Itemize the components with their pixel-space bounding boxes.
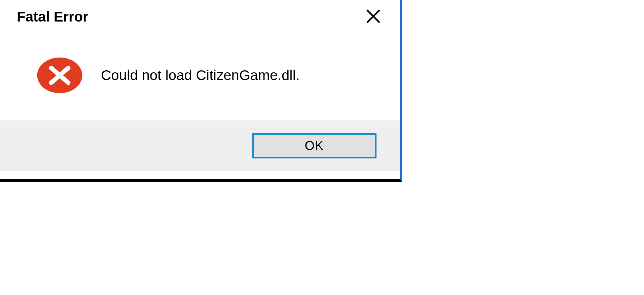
ok-button[interactable]: OK <box>252 133 377 158</box>
close-icon <box>366 9 381 25</box>
error-message: Could not load CitizenGame.dll. <box>101 67 300 83</box>
button-area: OK <box>0 120 400 171</box>
error-icon <box>37 57 82 94</box>
close-button[interactable] <box>363 7 383 27</box>
content-area: Could not load CitizenGame.dll. <box>0 30 400 120</box>
dialog-title: Fatal Error <box>17 9 88 25</box>
error-dialog: Fatal Error Could not load CitizenGame.d… <box>0 0 402 182</box>
titlebar: Fatal Error <box>0 0 400 30</box>
